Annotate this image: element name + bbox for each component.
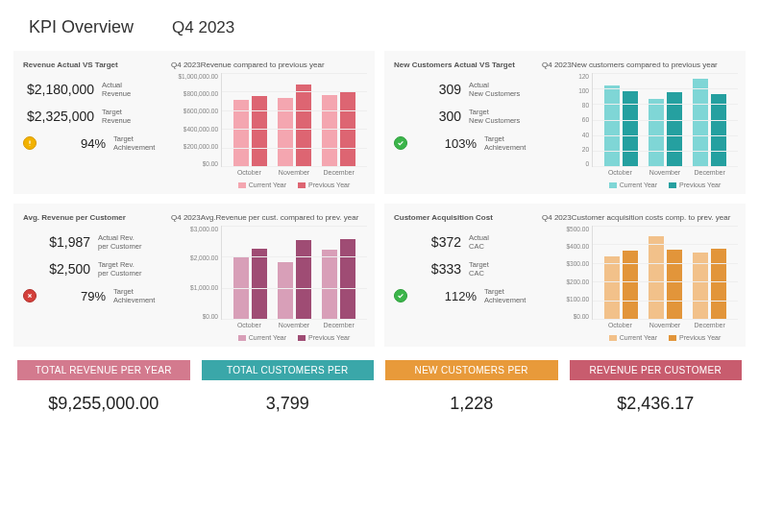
- chart-bar: [649, 99, 664, 166]
- bar-group: [275, 240, 313, 319]
- period-label: Q4 2023: [172, 18, 234, 37]
- chart-legend: Current YearPrevious Year: [592, 181, 738, 188]
- stats-title: New Customers Actual VS Target: [394, 60, 538, 69]
- x-tick-label: December: [691, 322, 729, 328]
- x-tick-label: December: [320, 169, 358, 176]
- target-row: 300 TargetNew Customers: [394, 108, 538, 125]
- bar-group: [231, 249, 269, 320]
- achievement-label: TargetAchievement: [113, 287, 155, 304]
- legend-item: Previous Year: [298, 334, 350, 341]
- chart-plot: [221, 73, 367, 167]
- bar-group: [601, 85, 640, 166]
- chart-plot: [221, 226, 367, 320]
- x-tick-label: November: [646, 169, 684, 176]
- legend-item: Previous Year: [298, 181, 350, 188]
- x-tick-label: October: [230, 322, 268, 328]
- x-tick-label: November: [646, 322, 684, 328]
- kpi-panel: Avg. Revenue per Customer $1,987 Actual …: [13, 204, 375, 347]
- total-value: $2,436.17: [570, 380, 743, 427]
- bar-group: [691, 249, 729, 319]
- kpi-panel: Revenue Actual VS Target $2,180,000 Actu…: [13, 51, 375, 194]
- chart-bar: [604, 85, 620, 166]
- x-tick-label: December: [320, 322, 358, 328]
- actual-value: $1,987: [27, 234, 98, 250]
- chart-title: Q4 2023Revenue compared to previous year: [171, 60, 367, 69]
- legend-item: Current Year: [238, 334, 286, 341]
- chart-title: Q4 2023Avg.Revenue per cust. compared to…: [171, 213, 367, 222]
- actual-value: $2,180,000: [27, 82, 102, 97]
- total-value: 1,228: [385, 380, 558, 427]
- y-axis: $3,000.00$2,000.00$1,000.00$0.00: [171, 226, 221, 320]
- x-axis: OctoberNovemberDecember: [592, 167, 738, 176]
- total-banner: NEW CUSTOMERS PER: [385, 360, 558, 380]
- target-value: $333: [398, 261, 469, 277]
- status-ok-icon: [394, 289, 407, 302]
- actual-label: ActualCAC: [469, 233, 489, 251]
- chart-bar: [623, 251, 638, 319]
- y-axis: $500.00$400.00$300.00$200.00$100.00$0.00: [542, 226, 592, 320]
- target-label: TargetCAC: [469, 260, 489, 278]
- bar-group: [601, 251, 640, 319]
- legend-item: Current Year: [238, 181, 286, 188]
- actual-label: Actual Rev.per Customer: [98, 233, 141, 251]
- chart-bar: [711, 249, 726, 319]
- x-axis: OctoberNovemberDecember: [221, 167, 367, 176]
- target-value: $2,325,000: [27, 109, 102, 124]
- target-label: Target Rev.per Customer: [98, 260, 141, 278]
- x-axis: OctoberNovemberDecember: [592, 320, 738, 328]
- target-label: TargetNew Customers: [469, 108, 520, 125]
- achievement-row: 112% TargetAchievement: [394, 287, 538, 304]
- status-ok-icon: [394, 136, 407, 150]
- chart-legend: Current YearPrevious Year: [221, 181, 367, 188]
- achievement-value: 79%: [42, 289, 113, 303]
- target-row: $2,325,000 TargetRevenue: [23, 108, 167, 125]
- total-card: NEW CUSTOMERS PER 1,228: [385, 360, 558, 427]
- actual-value: 309: [398, 82, 469, 97]
- chart-bar: [322, 250, 337, 319]
- total-card: TOTAL CUSTOMERS PER 3,799: [202, 360, 375, 427]
- total-value: 3,799: [202, 380, 375, 427]
- kpi-panel: Customer Acquisition Cost $372 ActualCAC…: [384, 204, 746, 347]
- chart-bar: [623, 91, 638, 166]
- chart-bar: [252, 249, 267, 320]
- kpi-stats: Customer Acquisition Cost $372 ActualCAC…: [394, 213, 538, 341]
- x-tick-label: December: [691, 169, 729, 176]
- legend-item: Previous Year: [669, 334, 721, 341]
- target-row: $2,500 Target Rev.per Customer: [23, 260, 167, 278]
- actual-row: $2,180,000 ActualRevenue: [23, 81, 167, 98]
- target-value: $2,500: [27, 261, 98, 277]
- achievement-row: 94% TargetAchievement: [23, 134, 167, 152]
- achievement-value: 94%: [42, 136, 113, 151]
- kpi-stats: Revenue Actual VS Target $2,180,000 Actu…: [23, 60, 167, 188]
- actual-label: ActualRevenue: [102, 81, 131, 98]
- total-banner: REVENUE PER CUSTOMER: [570, 360, 743, 380]
- chart-bar: [296, 85, 311, 166]
- x-axis: OctoberNovemberDecember: [221, 320, 367, 328]
- chart-plot: [592, 226, 738, 320]
- chart-bar: [340, 239, 355, 319]
- achievement-row: 79% TargetAchievement: [23, 287, 167, 304]
- chart-legend: Current YearPrevious Year: [221, 334, 367, 341]
- kpi-chart: Q4 2023New customers compared to previou…: [542, 60, 738, 188]
- page-title: KPI Overview: [29, 17, 134, 37]
- chart-bar: [278, 262, 293, 319]
- stats-title: Revenue Actual VS Target: [23, 60, 167, 69]
- chart-legend: Current YearPrevious Year: [592, 334, 738, 341]
- chart-bar: [322, 95, 337, 166]
- stats-title: Avg. Revenue per Customer: [23, 213, 167, 222]
- kpi-panel: New Customers Actual VS Target 309 Actua…: [384, 51, 746, 194]
- chart-plot: [592, 73, 738, 167]
- y-axis: $1,000,000.00$800,000.00$600,000.00$400,…: [171, 73, 221, 167]
- legend-item: Current Year: [609, 334, 657, 341]
- actual-label: ActualNew Customers: [469, 81, 520, 98]
- kpi-panels: Revenue Actual VS Target $2,180,000 Actu…: [0, 51, 759, 347]
- x-tick-label: November: [275, 169, 313, 176]
- total-banner: TOTAL REVENUE PER YEAR: [17, 360, 190, 380]
- chart-bar: [278, 98, 293, 166]
- achievement-label: TargetAchievement: [113, 134, 155, 152]
- chart-bar: [604, 256, 620, 319]
- chart-area: $3,000.00$2,000.00$1,000.00$0.00: [171, 226, 367, 320]
- status-warn-icon: [23, 136, 37, 150]
- bar-group: [275, 85, 313, 166]
- kpi-chart: Q4 2023Revenue compared to previous year…: [171, 60, 367, 188]
